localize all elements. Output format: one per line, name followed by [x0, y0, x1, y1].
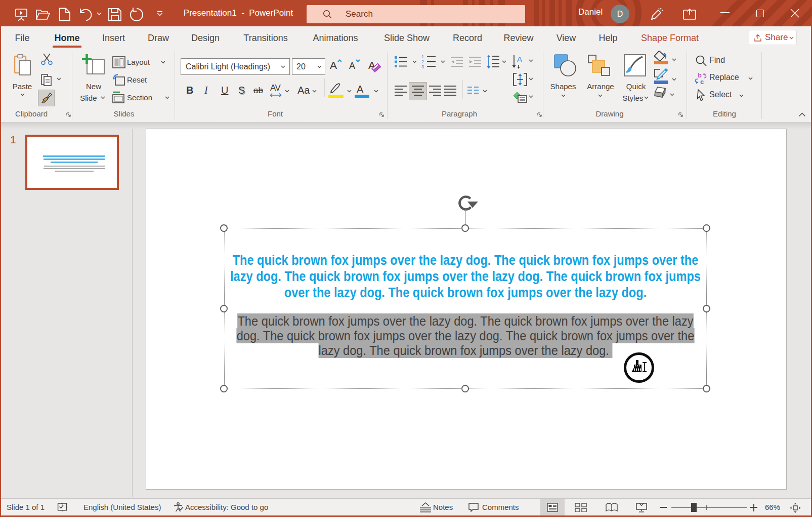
svg-text:c: c: [700, 78, 704, 85]
svg-text:3: 3: [421, 64, 424, 69]
svg-text:2: 2: [421, 59, 424, 64]
svg-text:A: A: [517, 55, 522, 63]
svg-text:1: 1: [421, 54, 424, 59]
